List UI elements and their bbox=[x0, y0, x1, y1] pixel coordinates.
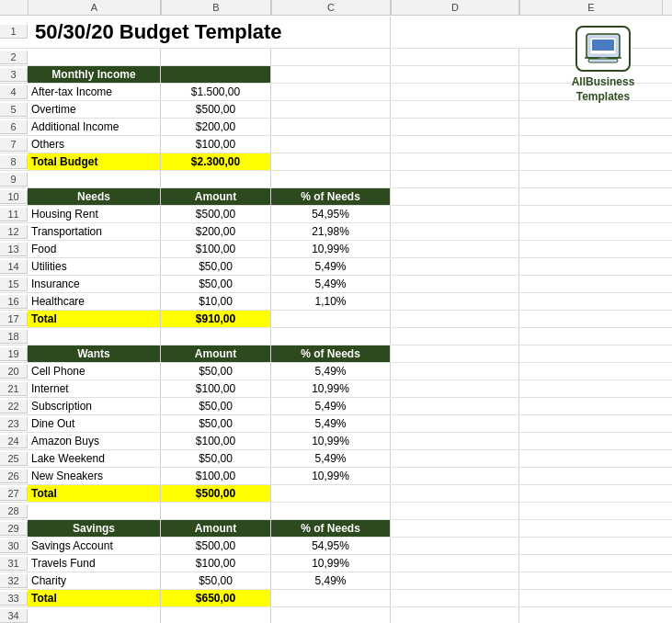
cell-2a bbox=[28, 49, 161, 65]
rownum-23: 23 bbox=[0, 417, 28, 431]
monthly-income-header-b bbox=[161, 66, 271, 83]
row-11: 11 Housing Rent $500,00 54,95% bbox=[0, 206, 672, 223]
rownum-33: 33 bbox=[0, 592, 28, 606]
cell-23a: Dine Out bbox=[28, 415, 161, 432]
row-21: 21 Internet $100,00 10,99% bbox=[0, 380, 672, 398]
cell-4d bbox=[391, 84, 519, 100]
col-header-a: A bbox=[28, 0, 161, 15]
cell-3d bbox=[391, 66, 519, 83]
row-25: 25 Lake Weekend $50,00 5,49% bbox=[0, 450, 672, 468]
rownum-16: 16 bbox=[0, 295, 28, 309]
col-header-b: B bbox=[161, 0, 271, 15]
cell-12a: Transportation bbox=[28, 223, 161, 240]
cell-24a: Amazon Buys bbox=[28, 433, 161, 449]
row-16: 16 Healthcare $10,00 1,10% bbox=[0, 293, 672, 311]
rownum-26: 26 bbox=[0, 470, 28, 483]
row-14: 14 Utilities $50,00 5,49% bbox=[0, 258, 672, 276]
rownum-27: 27 bbox=[0, 487, 28, 501]
savings-header-c: % of Needs bbox=[271, 520, 391, 537]
rownum-25: 25 bbox=[0, 452, 28, 466]
cell-14a: Utilities bbox=[28, 258, 161, 275]
cell-7c bbox=[271, 136, 391, 153]
rownum-8: 8 bbox=[0, 155, 28, 169]
wants-header-c: % of Needs bbox=[271, 345, 391, 362]
cell-16a: Healthcare bbox=[28, 293, 161, 310]
cell-11a: Housing Rent bbox=[28, 206, 161, 222]
cell-15a: Insurance bbox=[28, 276, 161, 292]
wants-header-b: Amount bbox=[161, 345, 271, 362]
cell-26b: $100,00 bbox=[161, 468, 271, 484]
column-headers: A B C D E bbox=[0, 0, 672, 16]
cell-14b: $50,00 bbox=[161, 258, 271, 275]
rownum-12: 12 bbox=[0, 225, 28, 239]
cell-15c: 5,49% bbox=[271, 276, 391, 292]
row-13: 13 Food $100,00 10,99% bbox=[0, 241, 672, 258]
rownum-11: 11 bbox=[0, 208, 28, 221]
row-12: 12 Transportation $200,00 21,98% bbox=[0, 223, 672, 241]
cell-13c: 10,99% bbox=[271, 241, 391, 257]
cell-7d bbox=[391, 136, 519, 153]
row-19: 19 Wants Amount % of Needs bbox=[0, 345, 672, 363]
cell-26a: New Sneakers bbox=[28, 468, 161, 484]
rownum-6: 6 bbox=[0, 120, 28, 134]
cell-31a: Travels Fund bbox=[28, 555, 161, 572]
cell-22b: $50,00 bbox=[161, 398, 271, 414]
cell-32b: $50,00 bbox=[161, 572, 271, 589]
cell-22a: Subscription bbox=[28, 398, 161, 414]
col-header-e: E bbox=[519, 0, 663, 15]
needs-header-c: % of Needs bbox=[271, 188, 391, 205]
row-30: 30 Savings Account $500,00 54,95% bbox=[0, 538, 672, 555]
cell-2b bbox=[161, 49, 271, 65]
cell-22c: 5,49% bbox=[271, 398, 391, 414]
rownum-21: 21 bbox=[0, 382, 28, 396]
cell-20a: Cell Phone bbox=[28, 363, 161, 379]
rownum-3: 3 bbox=[0, 68, 28, 82]
cell-8d bbox=[391, 153, 519, 170]
savings-header-b: Amount bbox=[161, 520, 271, 537]
monthly-income-header-a: Monthly Income bbox=[28, 66, 161, 83]
cell-21b: $100,00 bbox=[161, 380, 271, 397]
cell-23c: 5,49% bbox=[271, 415, 391, 432]
rownum-18: 18 bbox=[0, 330, 28, 344]
rownum-19: 19 bbox=[0, 347, 28, 361]
cell-25b: $50,00 bbox=[161, 450, 271, 467]
cell-26c: 10,99% bbox=[271, 468, 391, 484]
cell-30c: 54,95% bbox=[271, 538, 391, 554]
cell-30b: $500,00 bbox=[161, 538, 271, 554]
cell-25c: 5,49% bbox=[271, 450, 391, 467]
cell-5c bbox=[271, 101, 391, 118]
cell-7a: Others bbox=[28, 136, 161, 153]
row-24: 24 Amazon Buys $100,00 10,99% bbox=[0, 433, 672, 450]
rownum-28: 28 bbox=[0, 504, 28, 518]
cell-8c bbox=[271, 153, 391, 170]
cell-15b: $50,00 bbox=[161, 276, 271, 292]
cell-6c bbox=[271, 119, 391, 135]
cell-17b: $910,00 bbox=[161, 311, 271, 327]
row-29: 29 Savings Amount % of Needs bbox=[0, 520, 672, 538]
cell-13a: Food bbox=[28, 241, 161, 257]
cell-27a: Total bbox=[28, 485, 161, 502]
cell-4b: $1.500,00 bbox=[161, 84, 271, 100]
row-18: 18 bbox=[0, 328, 672, 345]
cell-21a: Internet bbox=[28, 380, 161, 397]
cell-20b: $50,00 bbox=[161, 363, 271, 379]
cell-12b: $200,00 bbox=[161, 223, 271, 240]
cell-8a: Total Budget bbox=[28, 153, 161, 170]
row-33: 33 Total $650,00 bbox=[0, 590, 672, 607]
cell-33a: Total bbox=[28, 590, 161, 606]
rownum-29: 29 bbox=[0, 522, 28, 536]
row-15: 15 Insurance $50,00 5,49% bbox=[0, 276, 672, 293]
row-9: 9 bbox=[0, 171, 672, 188]
cell-14c: 5,49% bbox=[271, 258, 391, 275]
cell-32a: Charity bbox=[28, 572, 161, 589]
cell-2c bbox=[271, 49, 391, 65]
cell-7b: $100,00 bbox=[161, 136, 271, 153]
svg-rect-2 bbox=[592, 40, 614, 51]
rownum-17: 17 bbox=[0, 312, 28, 326]
cell-24c: 10,99% bbox=[271, 433, 391, 449]
row-22: 22 Subscription $50,00 5,49% bbox=[0, 398, 672, 415]
rownum-15: 15 bbox=[0, 278, 28, 291]
row-23: 23 Dine Out $50,00 5,49% bbox=[0, 415, 672, 433]
cell-17a: Total bbox=[28, 311, 161, 327]
cell-4c bbox=[271, 84, 391, 100]
